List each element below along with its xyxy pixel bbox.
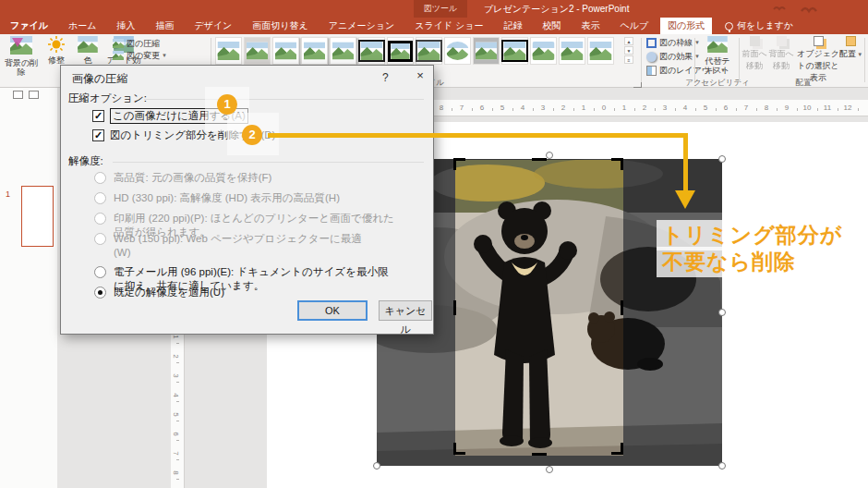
send-backward-icon — [777, 36, 787, 46]
radio-default-resolution-label[interactable]: 既定の解像度を適用(U) — [114, 286, 224, 299]
slide-number: 1 — [6, 189, 10, 199]
crop-handle-top-center[interactable] — [532, 158, 547, 161]
picture-style-thumbnail-4[interactable] — [301, 37, 328, 65]
bring-forward-button: 前面へ移動 — [741, 36, 767, 72]
resize-handle-bottom-left[interactable] — [373, 462, 380, 470]
resize-handle-top-center[interactable] — [546, 152, 553, 159]
crop-handle-top-left[interactable] — [453, 158, 465, 170]
step-2-badge: 2 — [242, 125, 262, 145]
radio-high-quality: 高品質: 元の画像の品質を保持(F) — [94, 171, 399, 185]
picture-style-thumbnail-9[interactable] — [444, 37, 471, 65]
change-picture-button[interactable]: 図の変更 ▾ — [113, 50, 166, 61]
remove-background-icon — [10, 36, 32, 55]
radio-selected-icon[interactable] — [94, 287, 106, 299]
radio-web: Web (150 ppi): Web ページやプロジェクターに最適(W) — [94, 232, 371, 260]
picture-style-thumbnail-2[interactable] — [244, 37, 271, 65]
view-grid-icon[interactable] — [13, 91, 23, 99]
picture-style-thumbnail-13[interactable] — [559, 37, 585, 65]
checkbox-checked-icon[interactable]: ✓ — [92, 110, 104, 122]
dialog-help-button[interactable]: ? — [382, 71, 389, 84]
picture-style-thumbnail-14[interactable] — [587, 37, 614, 65]
crop-handle-bottom-left[interactable] — [453, 443, 465, 455]
picture-layout-icon — [646, 66, 657, 76]
radio-icon — [94, 233, 106, 245]
send-backward-label: 背面へ移動 — [768, 48, 794, 72]
alt-text-button[interactable]: 代替テキスト — [698, 36, 737, 75]
crop-handle-top-right[interactable] — [611, 158, 623, 170]
resize-handle-top-right[interactable] — [718, 155, 726, 163]
picture-style-thumbnail-12[interactable] — [530, 37, 557, 65]
crop-handle-bottom-center[interactable] — [532, 453, 547, 456]
picture-style-thumbnail-5[interactable] — [330, 37, 356, 65]
tab-record[interactable]: 記録 — [493, 18, 532, 34]
crop-handle-bottom-right[interactable] — [611, 443, 623, 455]
send-backward-button: 背面へ移動 — [768, 36, 794, 72]
annotation-arrow-vertical — [683, 133, 688, 191]
slide-thumbnail-1[interactable] — [21, 186, 54, 247]
radio-hd-label: HD (330 ppi): 高解像度 (HD) 表示用の高品質(H) — [114, 191, 340, 205]
slide-thumbnail-panel: 1 — [0, 88, 57, 488]
picture-crop-region[interactable] — [455, 160, 623, 456]
crop-handle-middle-right[interactable] — [621, 300, 623, 315]
tab-slideshow[interactable]: スライド ショー — [404, 18, 493, 34]
picture-tools-label: 図ツール — [424, 3, 457, 15]
picture-style-thumbnail-10[interactable] — [473, 37, 500, 65]
cancel-button[interactable]: キャンセル — [379, 300, 432, 321]
radio-icon[interactable] — [94, 266, 106, 278]
checkbox-checked-icon[interactable]: ✓ — [92, 129, 104, 141]
bring-forward-icon — [750, 36, 760, 46]
change-picture-label: 図の変更 — [127, 50, 160, 62]
crop-handle-middle-left[interactable] — [453, 300, 456, 315]
picture-style-thumbnail-11[interactable] — [501, 37, 528, 65]
resolution-label: 解像度: — [68, 154, 103, 168]
radio-default-resolution[interactable]: 既定の解像度を適用(U) — [94, 286, 399, 299]
resize-handle-bottom-center[interactable] — [546, 466, 553, 473]
picture-style-thumbnail-8[interactable] — [416, 37, 442, 65]
tab-draw[interactable]: 描画 — [145, 18, 184, 34]
tab-home[interactable]: ホーム — [58, 18, 106, 34]
picture-border-icon — [646, 38, 657, 48]
radio-high-quality-label: 高品質: 元の画像の品質を保持(F) — [114, 171, 271, 185]
resize-handle-middle-right[interactable] — [718, 309, 726, 316]
selection-pane-icon — [814, 36, 824, 46]
ribbon-tabs: ファイル ホーム 挿入 描画 デザイン 画面切り替え アニメーション スライド … — [0, 18, 868, 34]
resize-handle-bottom-right[interactable] — [718, 462, 726, 470]
picture-style-thumbnail-1[interactable] — [215, 37, 242, 65]
corrections-button[interactable]: 修整 — [41, 36, 72, 67]
tab-picture-format[interactable]: 図の形式 — [660, 18, 712, 34]
tab-file[interactable]: ファイル — [0, 18, 58, 34]
tab-review[interactable]: 校閲 — [532, 18, 571, 34]
arrange-button[interactable]: 配置 ▾ — [838, 36, 862, 60]
step-1-badge: 1 — [217, 94, 237, 115]
tab-insert[interactable]: 挿入 — [106, 18, 145, 34]
color-picture-icon — [78, 36, 98, 53]
picture-style-thumbnail-6[interactable] — [358, 37, 385, 65]
picture-effects-icon — [646, 52, 657, 62]
annotation-arrow-head-icon — [675, 190, 695, 209]
tab-transitions[interactable]: 画面切り替え — [242, 18, 318, 34]
tab-design[interactable]: デザイン — [184, 18, 242, 34]
compress-pictures-button[interactable]: 図の圧縮 — [113, 38, 160, 49]
gallery-more-button[interactable]: ≡ — [624, 55, 633, 64]
tab-help[interactable]: ヘルプ — [609, 18, 658, 34]
picture-style-thumbnail-3[interactable] — [272, 37, 299, 65]
ok-button[interactable]: OK — [297, 300, 368, 321]
tab-view[interactable]: 表示 — [571, 18, 609, 34]
arrange-icon — [846, 36, 856, 46]
gallery-scroll-down-button[interactable]: ▼ — [624, 46, 633, 55]
picture-border-label: 図の枠線 — [659, 37, 693, 49]
powerpoint-window: 図ツール プレゼンテーション2 - PowerPoint ファイル ホーム 挿入… — [0, 0, 868, 488]
tell-me-box[interactable]: 何をしますか — [725, 19, 793, 32]
compression-options-label: 圧縮オプション: — [68, 92, 147, 105]
chevron-down-icon: ▾ — [163, 52, 166, 59]
annotation-arrow-horizontal — [268, 133, 685, 138]
tab-animations[interactable]: アニメーション — [319, 18, 404, 34]
picture-style-thumbnail-7[interactable] — [387, 37, 414, 65]
alt-text-label: 代替テキスト — [702, 56, 733, 75]
view-split-icon[interactable] — [29, 91, 39, 99]
dialog-close-button[interactable]: × — [410, 68, 430, 85]
color-button[interactable]: 色 — [72, 36, 103, 67]
gallery-scroll-up-button[interactable]: ▲ — [624, 37, 633, 45]
remove-background-button[interactable]: 背景の削除 — [2, 36, 41, 77]
picture-tools-contextual-header: 図ツール — [414, 0, 467, 18]
